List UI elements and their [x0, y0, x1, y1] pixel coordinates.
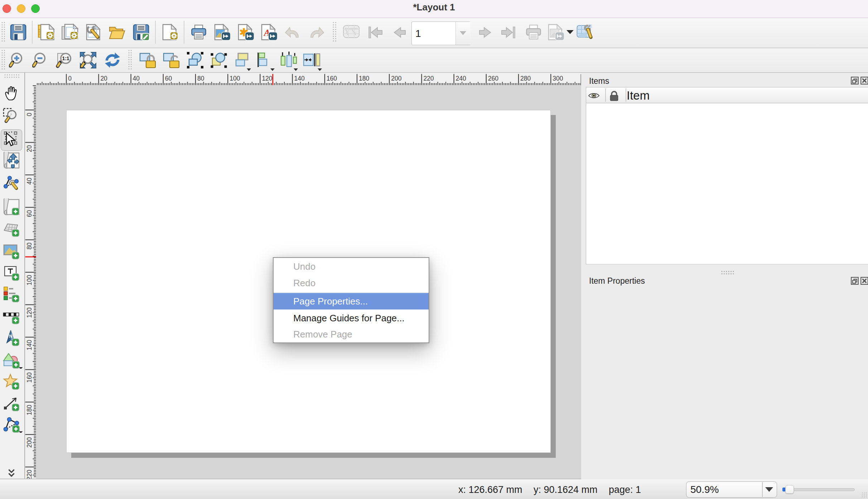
svg-text:40: 40: [133, 75, 140, 82]
svg-text:20: 20: [26, 145, 33, 152]
svg-text:N: N: [9, 334, 12, 339]
svg-text:80: 80: [26, 243, 33, 250]
svg-text:200: 200: [391, 75, 401, 82]
svg-text:0: 0: [68, 75, 72, 82]
svg-text:160: 160: [26, 372, 33, 383]
svg-text:200: 200: [26, 437, 33, 447]
svg-text:220: 220: [26, 470, 33, 479]
svg-text:300: 300: [553, 75, 563, 82]
svg-text:140: 140: [294, 75, 305, 82]
svg-text:260: 260: [488, 75, 498, 82]
svg-text:20: 20: [100, 75, 107, 82]
svg-text:100: 100: [26, 275, 33, 285]
svg-text:240: 240: [456, 75, 466, 82]
svg-text:180: 180: [26, 405, 33, 415]
svg-text:0: 0: [26, 113, 33, 116]
svg-text:40: 40: [26, 178, 33, 185]
svg-text:220: 220: [423, 75, 434, 82]
svg-text:100: 100: [230, 75, 240, 82]
svg-text:140: 140: [26, 340, 33, 350]
svg-text:280: 280: [520, 75, 531, 82]
svg-text:180: 180: [359, 75, 369, 82]
svg-text:60: 60: [26, 210, 33, 217]
svg-text:1:1: 1:1: [62, 56, 69, 61]
svg-text:60: 60: [165, 75, 172, 82]
svg-text:160: 160: [327, 75, 337, 82]
svg-text:120: 120: [262, 75, 272, 82]
svg-text:80: 80: [197, 75, 204, 82]
svg-text:120: 120: [26, 307, 33, 318]
